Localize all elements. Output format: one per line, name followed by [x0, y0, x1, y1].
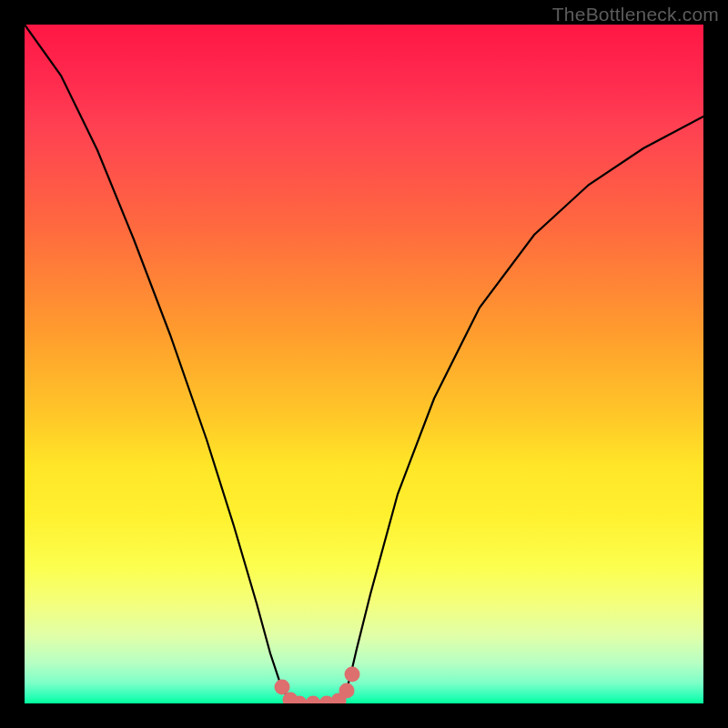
bottom-marker — [339, 683, 355, 699]
gradient-plot-area — [25, 25, 703, 703]
watermark-label: TheBottleneck.com — [552, 4, 719, 25]
bottom-marker — [275, 680, 290, 695]
outer-frame: TheBottleneck.com — [0, 0, 728, 728]
bottom-marker-group — [275, 667, 360, 704]
bottom-marker — [345, 667, 360, 682]
bottleneck-curve — [25, 25, 703, 703]
curve-svg — [25, 25, 703, 703]
bottom-marker — [306, 696, 321, 704]
